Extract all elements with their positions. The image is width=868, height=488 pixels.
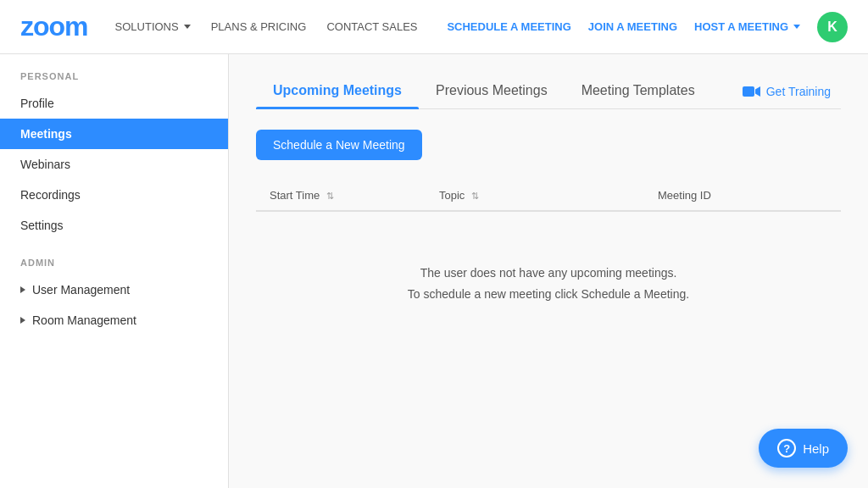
sort-icon: ⇅ <box>471 191 479 202</box>
get-training-btn[interactable]: Get Training <box>732 78 841 105</box>
host-meeting-nav[interactable]: HOST A MEETING <box>694 20 800 33</box>
empty-line-2: To schedule a new meeting click Schedule… <box>273 284 824 305</box>
personal-section-label: PERSONAL <box>0 71 228 88</box>
nav-contact[interactable]: CONTACT SALES <box>326 20 417 33</box>
sidebar-item-meetings[interactable]: Meetings <box>0 119 228 149</box>
sidebar: PERSONAL Profile Meetings Webinars Recor… <box>0 54 229 488</box>
navbar: zoom SOLUTIONS PLANS & PRICING CONTACT S… <box>0 0 868 54</box>
nav-left: SOLUTIONS PLANS & PRICING CONTACT SALES <box>115 20 420 33</box>
col-topic: Topic ⇅ <box>439 189 658 202</box>
nav-solutions[interactable]: SOLUTIONS <box>115 20 191 33</box>
chevron-down-icon <box>793 25 800 29</box>
join-meeting-nav[interactable]: JOIN A MEETING <box>588 20 677 33</box>
chevron-right-icon <box>20 286 25 293</box>
col-meeting-id: Meeting ID <box>658 189 827 202</box>
help-button[interactable]: ? Help <box>759 429 848 468</box>
tab-templates[interactable]: Meeting Templates <box>565 75 712 108</box>
nav-plans[interactable]: PLANS & PRICING <box>211 20 307 33</box>
tabs-bar: Upcoming Meetings Previous Meetings Meet… <box>256 75 841 109</box>
admin-section-label: ADMIN <box>0 258 228 274</box>
table-header: Start Time ⇅ Topic ⇅ Meeting ID <box>256 180 841 212</box>
chevron-down-icon <box>184 25 191 29</box>
schedule-new-meeting-button[interactable]: Schedule a New Meeting <box>256 130 422 160</box>
chevron-right-icon <box>20 317 25 324</box>
sidebar-item-settings[interactable]: Settings <box>0 210 228 241</box>
logo[interactable]: zoom <box>20 11 88 42</box>
help-icon: ? <box>777 439 796 458</box>
tab-upcoming[interactable]: Upcoming Meetings <box>256 75 419 108</box>
nav-right: SCHEDULE A MEETING JOIN A MEETING HOST A… <box>447 12 848 42</box>
schedule-meeting-nav[interactable]: SCHEDULE A MEETING <box>447 20 570 33</box>
svg-rect-0 <box>743 86 754 97</box>
sidebar-item-webinars[interactable]: Webinars <box>0 149 228 180</box>
empty-state: The user does not have any upcoming meet… <box>256 212 841 356</box>
main-layout: PERSONAL Profile Meetings Webinars Recor… <box>0 54 868 488</box>
video-camera-icon <box>743 85 761 98</box>
col-start-time: Start Time ⇅ <box>270 189 439 202</box>
sidebar-item-recordings[interactable]: Recordings <box>0 180 228 210</box>
content-area: Upcoming Meetings Previous Meetings Meet… <box>229 54 868 488</box>
sidebar-item-user-management[interactable]: User Management <box>0 274 228 305</box>
sort-icon: ⇅ <box>326 191 334 202</box>
avatar[interactable]: K <box>817 12 848 42</box>
tab-previous[interactable]: Previous Meetings <box>419 75 565 108</box>
sidebar-item-profile[interactable]: Profile <box>0 88 228 119</box>
sidebar-item-room-management[interactable]: Room Management <box>0 305 228 336</box>
empty-line-1: The user does not have any upcoming meet… <box>273 263 824 284</box>
